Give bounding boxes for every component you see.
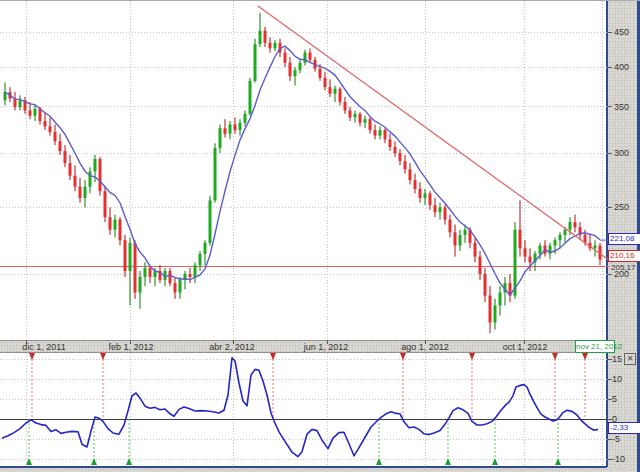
- chart-window: 450400350300250200151050-5-10dic 1, 2011…: [0, 0, 640, 472]
- oscillator-axis-label: 5: [612, 394, 617, 404]
- price-axis-label: 250: [614, 202, 629, 212]
- date-axis-label: ago 1, 2012: [401, 342, 449, 352]
- date-axis-label: abr 2, 2012: [209, 342, 255, 352]
- oscillator-value: -2,33: [610, 423, 628, 432]
- price-axis-label: 350: [614, 102, 629, 112]
- date-axis-label: oct 1, 2012: [503, 342, 548, 352]
- price-axis-label: 400: [614, 62, 629, 72]
- price-axis-label: 300: [614, 148, 629, 158]
- oscillator-axis-label: 10: [612, 374, 622, 384]
- date-axis-label: jun 1, 2012: [304, 342, 349, 352]
- last-date-badge: nov 21, 2012: [575, 340, 615, 353]
- support-level-label: 205,17: [611, 263, 635, 272]
- chart-canvas: [0, 1, 640, 472]
- date-axis-label: feb 1, 2012: [108, 342, 153, 352]
- price-axis-label: 450: [614, 27, 629, 37]
- date-axis-label: dic 1, 2011: [22, 342, 65, 352]
- last-price: 210,16: [610, 251, 634, 260]
- close-icon[interactable]: ✕: [624, 353, 636, 365]
- ma-value-tag: 221,08: [608, 233, 640, 245]
- ma-value: 221,08: [610, 234, 634, 243]
- last-price-tag: 210,16: [608, 250, 640, 262]
- oscillator-value-tag: -2,33: [608, 422, 640, 434]
- oscillator-axis-label: 15: [612, 354, 622, 364]
- oscillator-axis-label: -5: [612, 434, 620, 444]
- oscillator-axis-label: -10: [612, 454, 625, 464]
